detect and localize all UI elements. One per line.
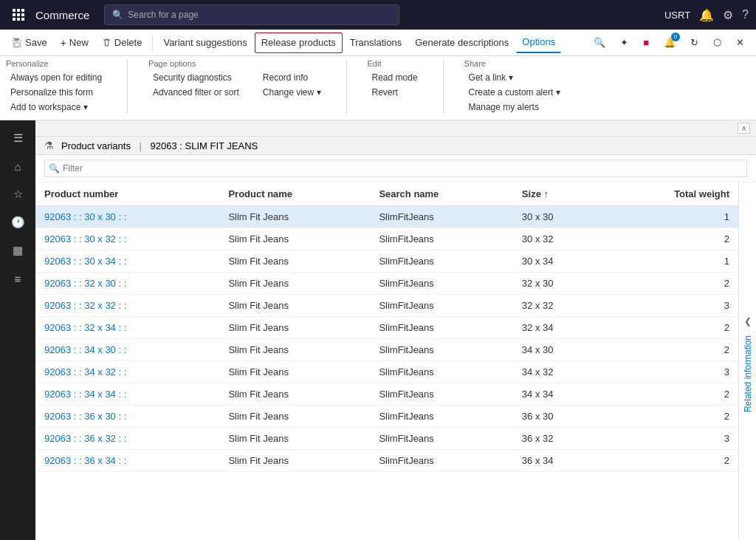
table-row[interactable]: 92063 : : 30 x 32 : :Slim Fit JeansSlimF… (35, 228, 738, 250)
product-number-cell[interactable]: 92063 : : 34 x 34 : : (35, 383, 219, 406)
product-number-cell[interactable]: 92063 : : 30 x 32 : : (35, 228, 219, 250)
ribbon-group-page-options: Page options Security diagnostics Advanc… (148, 59, 325, 114)
toolbar-open-external-button[interactable]: ⬡ (707, 33, 727, 53)
search-name-cell: SlimFitJeans (370, 450, 512, 472)
ribbon-group-personalize: Personalize Always open for editing Pers… (6, 59, 106, 114)
product-name-cell: Slim Fit Jeans (219, 450, 370, 472)
variant-suggestions-button[interactable]: Variant suggestions (157, 33, 252, 53)
always-open-for-editing-btn[interactable]: Always open for editing (6, 71, 106, 84)
table-row[interactable]: 92063 : : 32 x 34 : :Slim Fit JeansSlimF… (35, 317, 738, 339)
ribbon-group-personalize-label: Personalize (6, 59, 106, 68)
product-number-cell[interactable]: 92063 : : 30 x 30 : : (35, 206, 219, 228)
svg-rect-7 (17, 18, 20, 21)
ribbon-sep-1 (127, 59, 128, 114)
create-custom-alert-btn[interactable]: Create a custom alert ▾ (464, 86, 565, 99)
search-name-cell: SlimFitJeans (370, 428, 512, 450)
filter-funnel-icon[interactable]: ⚗ (44, 140, 54, 151)
read-mode-btn[interactable]: Read mode (368, 71, 422, 84)
product-number-cell[interactable]: 92063 : : 34 x 30 : : (35, 339, 219, 361)
size-cell: 36 x 34 (513, 450, 604, 472)
product-variants-table: Product number Product name Search name … (35, 182, 738, 472)
product-number-cell[interactable]: 92063 : : 36 x 30 : : (35, 406, 219, 428)
table-row[interactable]: 92063 : : 30 x 34 : :Slim Fit JeansSlimF… (35, 250, 738, 273)
help-icon[interactable]: ? (742, 8, 749, 21)
recent-icon[interactable]: 🕐 (3, 209, 32, 236)
breadcrumb-separator: | (140, 140, 142, 151)
manage-alerts-btn[interactable]: Manage my alerts (464, 100, 565, 114)
record-info-btn[interactable]: Record info (258, 71, 326, 84)
toolbar-office-button[interactable]: ■ (637, 33, 655, 53)
generate-descriptions-button[interactable]: Generate descriptions (409, 33, 515, 53)
table-row[interactable]: 92063 : : 34 x 34 : :Slim Fit JeansSlimF… (35, 383, 738, 406)
product-name-cell: Slim Fit Jeans (219, 339, 370, 361)
table-row[interactable]: 92063 : : 32 x 32 : :Slim Fit JeansSlimF… (35, 295, 738, 317)
svg-rect-6 (13, 18, 16, 21)
settings-icon[interactable]: ⚙ (723, 8, 733, 22)
change-view-btn[interactable]: Change view ▾ (258, 86, 326, 99)
personalize-form-btn[interactable]: Personalize this form (6, 86, 106, 99)
product-number-cell[interactable]: 92063 : : 32 x 30 : : (35, 273, 219, 295)
generate-descriptions-label: Generate descriptions (415, 37, 509, 48)
toolbar-search-button[interactable]: 🔍 (588, 33, 611, 53)
total-weight-cell: 1 (604, 206, 738, 228)
get-link-btn[interactable]: Get a link ▾ (464, 71, 565, 84)
table-row[interactable]: 92063 : : 34 x 32 : :Slim Fit JeansSlimF… (35, 361, 738, 383)
product-name-cell: Slim Fit Jeans (219, 228, 370, 250)
grid-area: Product number Product name Search name … (35, 182, 756, 540)
right-panel-toggle[interactable]: ❮ Related information (738, 182, 756, 540)
product-number-cell[interactable]: 92063 : : 32 x 34 : : (35, 317, 219, 339)
toolbar-bookmark-button[interactable]: ✦ (614, 33, 634, 53)
hamburger-icon[interactable]: ☰ (3, 125, 32, 151)
toolbar-close-button[interactable]: ✕ (730, 33, 750, 53)
ribbon-group-personalize-items: Always open for editing Personalize this… (6, 71, 106, 114)
left-navigation: ☰ ⌂ ☆ 🕐 ▦ ≡ (0, 120, 35, 540)
search-name-cell: SlimFitJeans (370, 339, 512, 361)
size-cell: 32 x 30 (513, 273, 604, 295)
notifications-icon[interactable]: 🔔 (699, 8, 714, 22)
advanced-filter-btn[interactable]: Advanced filter or sort (148, 86, 244, 99)
product-number-cell[interactable]: 92063 : : 32 x 32 : : (35, 295, 219, 317)
ribbon-group-page-options-label: Page options (148, 59, 325, 68)
svg-rect-5 (21, 13, 24, 16)
table-row[interactable]: 92063 : : 36 x 30 : :Slim Fit JeansSlimF… (35, 406, 738, 428)
size-cell: 30 x 32 (513, 228, 604, 250)
ribbon-area: Personalize Always open for editing Pers… (0, 56, 756, 120)
release-products-label: Release products (261, 37, 336, 48)
grid-menu-icon[interactable] (7, 4, 30, 26)
top-collapse-bar: ∧ (35, 120, 756, 137)
table-row[interactable]: 92063 : : 34 x 30 : :Slim Fit JeansSlimF… (35, 339, 738, 361)
table-row[interactable]: 92063 : : 30 x 30 : :Slim Fit JeansSlimF… (35, 206, 738, 228)
toolbar-notification-button[interactable]: 🔔 0 (658, 33, 681, 53)
revert-btn[interactable]: Revert (368, 86, 422, 99)
total-weight-cell: 2 (604, 228, 738, 250)
workspaces-icon[interactable]: ▦ (3, 237, 32, 264)
save-button[interactable]: Save (6, 33, 53, 53)
modules-icon[interactable]: ≡ (3, 265, 32, 292)
new-button[interactable]: + New (55, 33, 94, 53)
options-button[interactable]: Options (516, 33, 561, 53)
translations-button[interactable]: Translations (344, 33, 408, 53)
table-row[interactable]: 92063 : : 32 x 30 : :Slim Fit JeansSlimF… (35, 273, 738, 295)
search-name-cell: SlimFitJeans (370, 273, 512, 295)
right-panel-label: Related information (743, 335, 753, 412)
global-search[interactable]: 🔍 Search for a page (104, 4, 399, 25)
product-number-cell[interactable]: 92063 : : 30 x 34 : : (35, 250, 219, 273)
security-diagnostics-btn[interactable]: Security diagnostics (148, 71, 244, 84)
favorites-icon[interactable]: ☆ (3, 181, 32, 208)
release-products-button[interactable]: Release products (255, 33, 343, 53)
product-number-cell[interactable]: 92063 : : 36 x 32 : : (35, 428, 219, 450)
table-row[interactable]: 92063 : : 36 x 32 : :Slim Fit JeansSlimF… (35, 428, 738, 450)
product-name-cell: Slim Fit Jeans (219, 295, 370, 317)
delete-button[interactable]: Delete (96, 33, 148, 53)
search-name-cell: SlimFitJeans (370, 406, 512, 428)
filter-input[interactable] (44, 160, 747, 177)
home-icon[interactable]: ⌂ (3, 153, 32, 180)
toolbar-refresh-button[interactable]: ↻ (684, 33, 704, 53)
collapse-ribbon-button[interactable]: ∧ (738, 123, 750, 134)
breadcrumb-bar: ⚗ Product variants | 92063 : SLIM FIT JE… (35, 137, 756, 155)
search-name-cell: SlimFitJeans (370, 295, 512, 317)
add-to-workspace-btn[interactable]: Add to workspace ▾ (6, 100, 106, 114)
product-number-cell[interactable]: 92063 : : 36 x 34 : : (35, 450, 219, 472)
table-row[interactable]: 92063 : : 36 x 34 : :Slim Fit JeansSlimF… (35, 450, 738, 472)
product-number-cell[interactable]: 92063 : : 34 x 32 : : (35, 361, 219, 383)
